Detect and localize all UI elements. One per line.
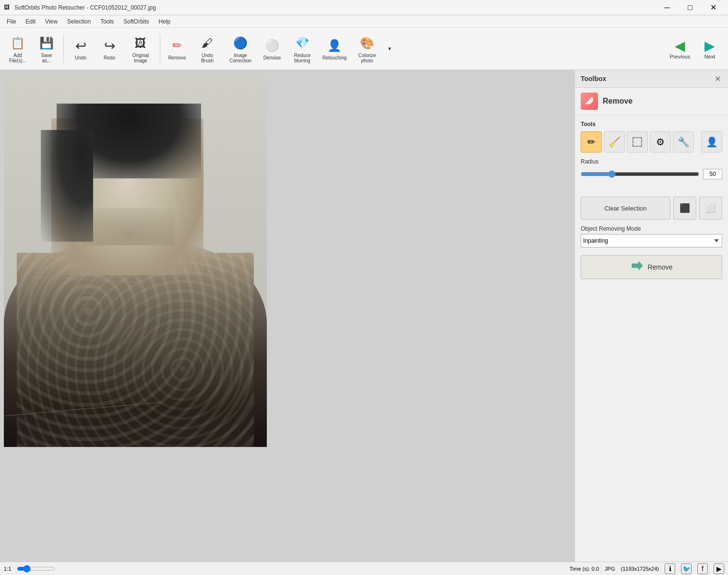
- select-all-icon: ⬛: [680, 203, 690, 213]
- info-button[interactable]: ℹ: [665, 563, 675, 574]
- save-as-icon: 💾: [38, 35, 55, 52]
- image-correction-icon: 🔵: [232, 35, 249, 52]
- canvas-area[interactable]: [0, 70, 574, 562]
- mode-select-container: Inpainting Content Aware Fill Clone: [581, 234, 722, 247]
- minimize-button[interactable]: ─: [656, 0, 678, 15]
- lasso-tool-button[interactable]: ⚙: [650, 131, 671, 153]
- menu-selection[interactable]: Selection: [62, 16, 95, 27]
- close-button[interactable]: ✕: [702, 0, 724, 15]
- colorize-photo-button[interactable]: 🎨 Colorizephoto: [351, 31, 383, 67]
- section-spacer: [581, 179, 722, 191]
- mode-select[interactable]: Inpainting Content Aware Fill Clone: [581, 234, 722, 247]
- radius-slider[interactable]: [581, 170, 699, 178]
- toolbox-panel: Toolbox ✕ Remove Tools ✏: [574, 70, 728, 562]
- menu-edit[interactable]: Edit: [21, 16, 40, 27]
- status-time: Time (s): 0.0: [570, 566, 599, 572]
- radius-value: 50: [703, 169, 722, 179]
- rect-selection-button[interactable]: [627, 131, 648, 153]
- menu-view[interactable]: View: [40, 16, 62, 27]
- remove-label: Remove: [168, 55, 186, 60]
- pencil-icon: ✏: [587, 136, 596, 148]
- social-youtube-button[interactable]: ▶: [714, 563, 724, 574]
- stamp-icon: 👤: [706, 136, 718, 148]
- redo-icon: ↪: [101, 37, 118, 54]
- title-bar: 🖼 SoftOrbits Photo Retoucher - CCF010520…: [0, 0, 728, 15]
- denoise-label: Denoise: [263, 55, 281, 60]
- reduce-blurring-icon: 💎: [294, 35, 311, 52]
- colorize-photo-label: Colorizephoto: [358, 53, 376, 63]
- tools-section-label: Tools: [581, 121, 722, 128]
- svg-marker-0: [632, 261, 643, 270]
- toolbox-close-button[interactable]: ✕: [713, 74, 722, 83]
- invert-selection-button[interactable]: ⬜: [699, 197, 722, 220]
- remove-button[interactable]: ✏ Remove: [163, 31, 191, 67]
- eraser-icon: [584, 95, 595, 107]
- rect-selection-icon: [633, 137, 642, 147]
- previous-icon: ◀: [675, 38, 685, 54]
- photo-image: [4, 74, 267, 447]
- undo-brush-button[interactable]: 🖌 UndoBrush: [192, 31, 223, 67]
- colorize-photo-icon: 🎨: [358, 35, 376, 52]
- toolbar-nav: ◀ Previous ▶ Next: [666, 31, 724, 67]
- social-twitter-button[interactable]: 🐦: [681, 563, 692, 574]
- original-image-label: OriginalImage: [132, 53, 149, 63]
- save-as-button[interactable]: 💾 Saveas...: [33, 31, 60, 67]
- clear-selection-button[interactable]: Clear Selection: [581, 197, 670, 220]
- menu-help[interactable]: Help: [154, 16, 176, 27]
- tools-section: Tools ✏ 🧹 ⚙: [581, 121, 722, 153]
- more-tools-button[interactable]: ▼: [384, 31, 395, 67]
- more-tools-icon: ▼: [387, 46, 392, 51]
- redo-label: Redo: [104, 55, 115, 60]
- undo-brush-icon: 🖌: [199, 35, 216, 52]
- toolbox-header: Toolbox ✕: [575, 70, 728, 88]
- lasso-icon: ⚙: [656, 136, 665, 148]
- denoise-button[interactable]: ⚪ Denoise: [258, 31, 286, 67]
- remove-section-icon: [581, 93, 598, 110]
- previous-button[interactable]: ◀ Previous: [666, 31, 694, 67]
- toolbar-separator-1: [63, 35, 64, 63]
- retouching-button[interactable]: 👤 Retouching: [319, 31, 350, 67]
- undo-label: Undo: [75, 55, 86, 60]
- add-files-button[interactable]: 📋 AddFile(s)...: [4, 31, 32, 67]
- main-content: Toolbox ✕ Remove Tools ✏: [0, 70, 728, 562]
- redo-button[interactable]: ↪ Redo: [95, 31, 123, 67]
- clear-selection-row: Clear Selection ⬛ ⬜: [581, 197, 722, 220]
- menu-file[interactable]: File: [2, 16, 21, 27]
- radius-section: Radius 50: [581, 158, 722, 179]
- toolbar: 📋 AddFile(s)... 💾 Saveas... ↩ Undo ↪ Red…: [0, 28, 728, 70]
- remove-action-button[interactable]: Remove: [581, 255, 722, 279]
- maximize-button[interactable]: □: [679, 0, 701, 15]
- toolbox-title: Toolbox: [581, 75, 606, 82]
- eraser-tool-button[interactable]: 🧹: [604, 131, 625, 153]
- reduce-blurring-button[interactable]: 💎 Reduceblurring: [287, 31, 318, 67]
- save-as-label: Saveas...: [41, 53, 52, 63]
- menu-softorbits[interactable]: SoftOrbits: [119, 16, 154, 27]
- menu-tools[interactable]: Tools: [95, 16, 119, 27]
- status-bar: 1:1 Time (s): 0.0 JPG (1193x1725x24) ℹ 🐦…: [0, 562, 728, 575]
- image-correction-button[interactable]: 🔵 ImageCorrection: [224, 31, 257, 67]
- status-zoom-label: 1:1: [4, 566, 11, 572]
- original-image-button[interactable]: 🖼 OriginalImage: [124, 31, 157, 67]
- undo-brush-label: UndoBrush: [201, 53, 214, 63]
- next-button[interactable]: ▶ Next: [695, 31, 724, 67]
- undo-button[interactable]: ↩ Undo: [67, 31, 95, 67]
- wand-tool-button[interactable]: 🔧: [673, 131, 694, 153]
- previous-label: Previous: [670, 54, 691, 59]
- select-all-button[interactable]: ⬛: [673, 197, 696, 220]
- status-dimensions: (1193x1725x24): [621, 566, 659, 572]
- pencil-tool-button[interactable]: ✏: [581, 131, 602, 153]
- menu-bar: File Edit View Selection Tools SoftOrbit…: [0, 15, 728, 28]
- remove-action-label: Remove: [647, 263, 672, 271]
- wand-icon: 🔧: [678, 136, 690, 148]
- retouching-label: Retouching: [322, 55, 347, 60]
- invert-selection-icon: ⬜: [705, 203, 716, 213]
- radius-slider-container: [581, 169, 699, 179]
- stamp-tool-button[interactable]: 👤: [701, 131, 722, 153]
- next-icon: ▶: [704, 38, 715, 54]
- social-facebook-button[interactable]: f: [697, 563, 708, 574]
- zoom-slider[interactable]: [17, 565, 55, 573]
- photo-grain: [4, 74, 267, 447]
- status-format: JPG: [605, 566, 615, 572]
- image-correction-label: ImageCorrection: [229, 53, 251, 63]
- original-image-icon: 🖼: [132, 35, 149, 52]
